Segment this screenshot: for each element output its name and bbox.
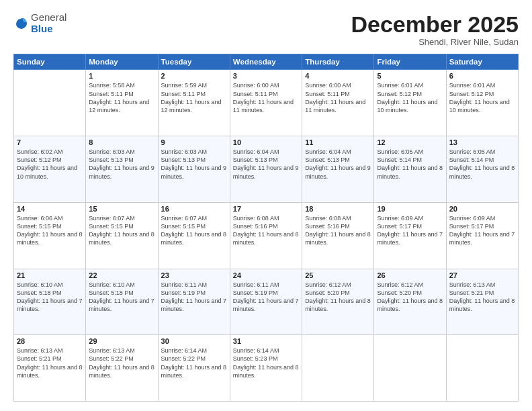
cell-info: Sunrise: 6:08 AMSunset: 5:16 PMDaylight:… <box>305 214 371 247</box>
cell-info: Sunrise: 6:14 AMSunset: 5:23 PMDaylight:… <box>233 347 299 379</box>
calendar-cell <box>302 335 374 402</box>
day-number: 22 <box>89 271 154 279</box>
calendar-cell <box>374 335 446 402</box>
cell-info: Sunrise: 5:58 AMSunset: 5:11 PMDaylight:… <box>89 81 154 114</box>
calendar-table: SundayMondayTuesdayWednesdayThursdayFrid… <box>13 54 519 402</box>
week-row-2: 7Sunrise: 6:02 AMSunset: 5:12 PMDaylight… <box>14 136 519 203</box>
cell-info: Sunrise: 6:06 AMSunset: 5:15 PMDaylight:… <box>17 214 83 247</box>
calendar-cell: 25Sunrise: 6:12 AMSunset: 5:20 PMDayligh… <box>302 269 374 335</box>
calendar-cell: 28Sunrise: 6:13 AMSunset: 5:21 PMDayligh… <box>14 335 86 402</box>
calendar-cell: 23Sunrise: 6:11 AMSunset: 5:19 PMDayligh… <box>158 269 230 335</box>
week-row-1: 1Sunrise: 5:58 AMSunset: 5:11 PMDaylight… <box>14 70 519 136</box>
day-number: 14 <box>17 205 83 213</box>
day-number: 9 <box>161 138 227 146</box>
cell-info: Sunrise: 6:03 AMSunset: 5:13 PMDaylight:… <box>161 148 227 181</box>
day-number: 17 <box>233 205 299 213</box>
cell-info: Sunrise: 6:12 AMSunset: 5:20 PMDaylight:… <box>377 281 443 314</box>
cell-info: Sunrise: 5:59 AMSunset: 5:11 PMDaylight:… <box>161 81 227 114</box>
calendar-cell: 31Sunrise: 6:14 AMSunset: 5:23 PMDayligh… <box>230 335 302 402</box>
month-title: December 2025 <box>351 12 519 37</box>
cell-info: Sunrise: 6:05 AMSunset: 5:14 PMDaylight:… <box>377 148 443 181</box>
col-header-monday: Monday <box>86 54 158 70</box>
day-number: 27 <box>449 271 515 279</box>
calendar-cell: 17Sunrise: 6:08 AMSunset: 5:16 PMDayligh… <box>230 202 302 269</box>
calendar-cell: 19Sunrise: 6:09 AMSunset: 5:17 PMDayligh… <box>374 202 446 269</box>
day-number: 19 <box>377 205 443 213</box>
calendar-cell: 2Sunrise: 5:59 AMSunset: 5:11 PMDaylight… <box>158 70 230 136</box>
cell-info: Sunrise: 6:04 AMSunset: 5:13 PMDaylight:… <box>233 148 299 181</box>
col-header-friday: Friday <box>374 54 446 70</box>
day-number: 26 <box>377 271 443 279</box>
calendar-header-row: SundayMondayTuesdayWednesdayThursdayFrid… <box>14 54 519 70</box>
calendar-cell: 26Sunrise: 6:12 AMSunset: 5:20 PMDayligh… <box>374 269 446 335</box>
calendar-cell: 20Sunrise: 6:09 AMSunset: 5:17 PMDayligh… <box>446 202 518 269</box>
calendar-cell: 3Sunrise: 6:00 AMSunset: 5:11 PMDaylight… <box>230 70 302 136</box>
calendar-cell <box>446 335 518 402</box>
cell-info: Sunrise: 6:04 AMSunset: 5:13 PMDaylight:… <box>305 148 371 181</box>
day-number: 8 <box>89 138 154 146</box>
day-number: 16 <box>161 205 227 213</box>
col-header-thursday: Thursday <box>302 54 374 70</box>
calendar-cell: 4Sunrise: 6:00 AMSunset: 5:11 PMDaylight… <box>302 70 374 136</box>
day-number: 24 <box>233 271 299 279</box>
calendar-cell: 1Sunrise: 5:58 AMSunset: 5:11 PMDaylight… <box>86 70 158 136</box>
cell-info: Sunrise: 6:13 AMSunset: 5:22 PMDaylight:… <box>89 347 154 379</box>
cell-info: Sunrise: 6:07 AMSunset: 5:15 PMDaylight:… <box>89 214 154 247</box>
day-number: 12 <box>377 138 443 146</box>
cell-info: Sunrise: 6:12 AMSunset: 5:20 PMDaylight:… <box>305 281 371 314</box>
calendar-cell: 21Sunrise: 6:10 AMSunset: 5:18 PMDayligh… <box>14 269 86 335</box>
calendar-cell: 27Sunrise: 6:13 AMSunset: 5:21 PMDayligh… <box>446 269 518 335</box>
col-header-tuesday: Tuesday <box>158 54 230 70</box>
day-number: 13 <box>449 138 515 146</box>
calendar-cell: 5Sunrise: 6:01 AMSunset: 5:12 PMDaylight… <box>374 70 446 136</box>
calendar-cell: 29Sunrise: 6:13 AMSunset: 5:22 PMDayligh… <box>86 335 158 402</box>
calendar-cell: 22Sunrise: 6:10 AMSunset: 5:18 PMDayligh… <box>86 269 158 335</box>
cell-info: Sunrise: 6:03 AMSunset: 5:13 PMDaylight:… <box>89 148 154 181</box>
day-number: 30 <box>161 337 227 345</box>
day-number: 29 <box>89 337 154 345</box>
header: General Blue December 2025 Shendi, River… <box>13 12 519 47</box>
cell-info: Sunrise: 6:10 AMSunset: 5:18 PMDaylight:… <box>17 281 83 314</box>
day-number: 23 <box>161 271 227 279</box>
title-block: December 2025 Shendi, River Nile, Sudan <box>351 12 519 47</box>
day-number: 31 <box>233 337 299 345</box>
cell-info: Sunrise: 6:13 AMSunset: 5:21 PMDaylight:… <box>449 281 515 314</box>
day-number: 6 <box>449 72 515 80</box>
cell-info: Sunrise: 6:11 AMSunset: 5:19 PMDaylight:… <box>233 281 299 314</box>
calendar-cell: 30Sunrise: 6:14 AMSunset: 5:22 PMDayligh… <box>158 335 230 402</box>
day-number: 20 <box>449 205 515 213</box>
cell-info: Sunrise: 6:09 AMSunset: 5:17 PMDaylight:… <box>377 214 443 247</box>
day-number: 7 <box>17 138 83 146</box>
day-number: 1 <box>89 72 154 80</box>
calendar-cell: 18Sunrise: 6:08 AMSunset: 5:16 PMDayligh… <box>302 202 374 269</box>
week-row-5: 28Sunrise: 6:13 AMSunset: 5:21 PMDayligh… <box>14 335 519 402</box>
logo-text: General Blue <box>31 12 66 34</box>
cell-info: Sunrise: 6:08 AMSunset: 5:16 PMDaylight:… <box>233 214 299 247</box>
week-row-4: 21Sunrise: 6:10 AMSunset: 5:18 PMDayligh… <box>14 269 519 335</box>
calendar-cell: 10Sunrise: 6:04 AMSunset: 5:13 PMDayligh… <box>230 136 302 203</box>
logo-icon <box>13 16 28 31</box>
calendar-cell <box>14 70 86 136</box>
day-number: 3 <box>233 72 299 80</box>
calendar-cell: 12Sunrise: 6:05 AMSunset: 5:14 PMDayligh… <box>374 136 446 203</box>
day-number: 5 <box>377 72 443 80</box>
day-number: 10 <box>233 138 299 146</box>
col-header-wednesday: Wednesday <box>230 54 302 70</box>
calendar-cell: 15Sunrise: 6:07 AMSunset: 5:15 PMDayligh… <box>86 202 158 269</box>
cell-info: Sunrise: 6:05 AMSunset: 5:14 PMDaylight:… <box>449 148 515 181</box>
location-subtitle: Shendi, River Nile, Sudan <box>351 37 519 47</box>
col-header-saturday: Saturday <box>446 54 518 70</box>
cell-info: Sunrise: 6:01 AMSunset: 5:12 PMDaylight:… <box>377 81 443 114</box>
day-number: 2 <box>161 72 227 80</box>
cell-info: Sunrise: 6:14 AMSunset: 5:22 PMDaylight:… <box>161 347 227 379</box>
day-number: 15 <box>89 205 154 213</box>
cell-info: Sunrise: 6:09 AMSunset: 5:17 PMDaylight:… <box>449 214 515 247</box>
cell-info: Sunrise: 6:13 AMSunset: 5:21 PMDaylight:… <box>17 347 83 379</box>
calendar-cell: 9Sunrise: 6:03 AMSunset: 5:13 PMDaylight… <box>158 136 230 203</box>
calendar-cell: 7Sunrise: 6:02 AMSunset: 5:12 PMDaylight… <box>14 136 86 203</box>
cell-info: Sunrise: 6:00 AMSunset: 5:11 PMDaylight:… <box>233 81 299 114</box>
cell-info: Sunrise: 6:01 AMSunset: 5:12 PMDaylight:… <box>449 81 515 114</box>
day-number: 25 <box>305 271 371 279</box>
day-number: 21 <box>17 271 83 279</box>
page: General Blue December 2025 Shendi, River… <box>0 0 532 411</box>
